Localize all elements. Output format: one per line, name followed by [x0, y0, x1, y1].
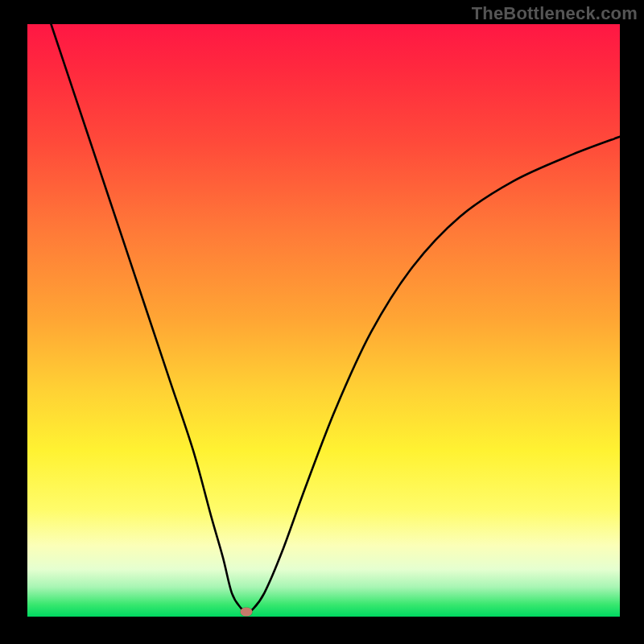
bottleneck-curve-path [51, 24, 620, 612]
optimal-point-marker [241, 608, 253, 617]
chart-curve-svg [27, 24, 620, 617]
watermark-text: TheBottleneck.com [472, 3, 638, 24]
plot-area [27, 24, 620, 617]
